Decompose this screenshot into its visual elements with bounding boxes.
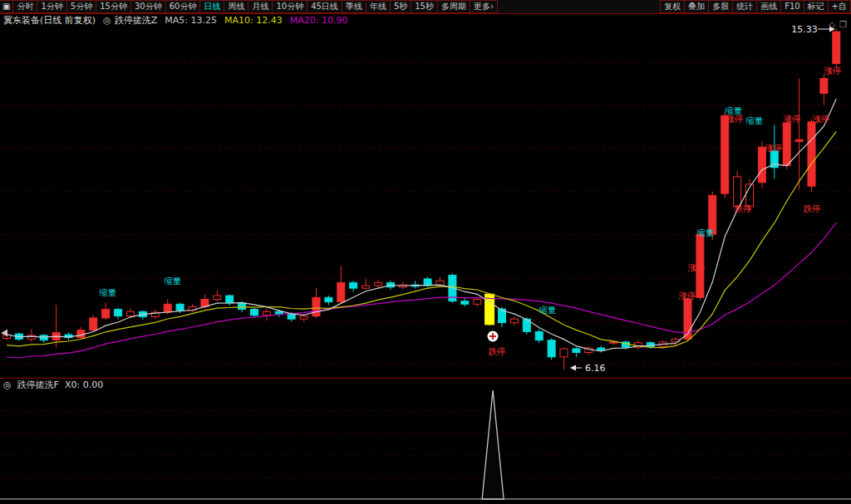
indicator-icon[interactable]: ◎ xyxy=(103,15,111,26)
svg-text:涨停: 涨停 xyxy=(679,291,696,301)
period-tab-7[interactable]: 日线 xyxy=(199,0,224,13)
toolbar-button-5[interactable]: 画线 xyxy=(756,0,781,13)
toolbar-button-1[interactable]: 复权 xyxy=(660,0,685,13)
sub-indicator-value: X0: 0.00 xyxy=(65,380,103,390)
period-tab-3[interactable]: 5分钟 xyxy=(66,0,96,13)
period-tab-17[interactable]: 更多› xyxy=(470,0,498,13)
svg-text:涨停: 涨停 xyxy=(688,262,706,272)
svg-text:涨停: 涨停 xyxy=(813,114,830,124)
svg-text:跌停: 跌停 xyxy=(735,203,752,213)
ma5-value: MA5: 13.25 xyxy=(165,15,217,26)
svg-text:跌停: 跌停 xyxy=(804,203,821,213)
period-tab-9[interactable]: 月线 xyxy=(248,0,273,13)
period-tab-14[interactable]: 5秒 xyxy=(390,0,411,13)
svg-text:15.33: 15.33 xyxy=(791,24,818,35)
svg-text:涨停: 涨停 xyxy=(765,143,783,153)
toolbar-right-buttons: 复权叠加多股统计画线F10标记+自 xyxy=(661,0,851,13)
restore-window-icon[interactable]: ❐ xyxy=(839,20,847,29)
sub-indicator-name: 跌停搓洗F xyxy=(17,380,59,390)
period-tabs: 分时1分钟5分钟15分钟30分钟60分钟日线周线月线10分钟45日线季线年线5秒… xyxy=(13,0,498,13)
toolbar-button-6[interactable]: F10 xyxy=(780,0,804,13)
sub-indicator-icon[interactable]: ◎ xyxy=(3,380,12,390)
period-tab-1[interactable]: 分时 xyxy=(12,0,37,13)
signal-subchart xyxy=(0,390,851,499)
stock-title: 冀东装备(日线 前复权) xyxy=(3,15,96,26)
svg-text:缩量: 缩量 xyxy=(746,115,764,125)
svg-text:缩量: 缩量 xyxy=(539,305,557,315)
toolbar-button-2[interactable]: 叠加 xyxy=(684,0,709,13)
period-tab-4[interactable]: 15分钟 xyxy=(96,0,131,13)
indicator-name: 跌停搓洗Z xyxy=(115,15,158,26)
period-tab-10[interactable]: 10分钟 xyxy=(272,0,307,13)
candlestick-chart: 缩量缩量缩量跌停涨停涨停缩量缩量涨停缩量跌停涨停涨停涨停跌停涨停15.336.1… xyxy=(0,0,851,504)
toolbar-button-3[interactable]: 多股 xyxy=(708,0,733,13)
period-toolbar: ▣ 分时1分钟5分钟15分钟30分钟60分钟日线周线月线10分钟45日线季线年线… xyxy=(0,0,851,14)
period-tab-8[interactable]: 周线 xyxy=(224,0,248,13)
svg-text:6.16: 6.16 xyxy=(585,363,606,374)
ma10-value: MA10: 12.43 xyxy=(224,15,283,26)
sub-indicator-header: ◎ 跌停搓洗F X0: 0.00 xyxy=(3,380,103,390)
svg-text:涨停: 涨停 xyxy=(726,114,744,124)
diamond-icon[interactable]: ◇ xyxy=(829,20,835,29)
period-tab-6[interactable]: 60分钟 xyxy=(165,0,201,13)
svg-text:缩量: 缩量 xyxy=(165,276,182,286)
window-layout-icon[interactable]: ▣ xyxy=(0,0,13,13)
svg-text:缩量: 缩量 xyxy=(697,228,715,237)
period-tab-13[interactable]: 年线 xyxy=(366,0,391,13)
svg-text:涨停: 涨停 xyxy=(784,114,801,124)
period-tab-2[interactable]: 1分钟 xyxy=(37,0,66,13)
period-tab-16[interactable]: 多周期 xyxy=(437,0,470,13)
period-tab-12[interactable]: 季线 xyxy=(342,0,366,13)
svg-text:涨停: 涨停 xyxy=(824,66,842,76)
chart-corner-icons: ◇ ❐ xyxy=(829,20,847,29)
period-tab-11[interactable]: 45日线 xyxy=(307,0,342,13)
candles xyxy=(3,29,840,369)
toolbar-button-4[interactable]: 统计 xyxy=(732,0,757,13)
chart-header: 冀东装备(日线 前复权) ◎ 跌停搓洗Z MA5: 13.25 MA10: 12… xyxy=(3,15,347,26)
limit-down-marker xyxy=(488,331,499,342)
period-tab-15[interactable]: 15秒 xyxy=(411,0,438,13)
period-tab-5[interactable]: 30分钟 xyxy=(130,0,166,13)
trading-app-window: 缩量缩量缩量跌停涨停涨停缩量缩量涨停缩量跌停涨停涨停涨停跌停涨停15.336.1… xyxy=(0,0,851,504)
svg-text:跌停: 跌停 xyxy=(489,346,506,356)
ma20-line xyxy=(7,223,836,358)
toolbar-button-8[interactable]: +自 xyxy=(828,0,851,13)
toolbar-button-7[interactable]: 标记 xyxy=(804,0,829,13)
ma20-value: MA20: 10.90 xyxy=(290,15,348,26)
indicator-label-wrap: ◎ 跌停搓洗Z xyxy=(103,15,157,26)
svg-text:缩量: 缩量 xyxy=(100,287,117,297)
